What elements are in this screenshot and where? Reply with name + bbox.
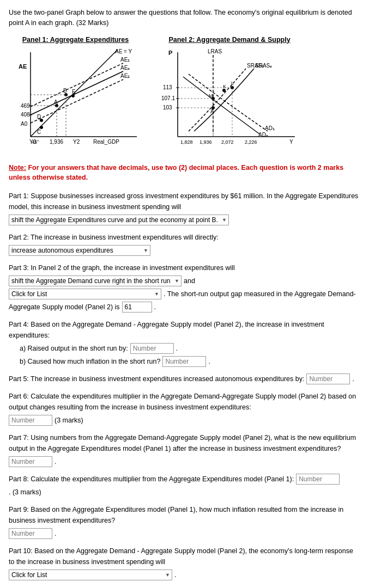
part8: Part 8: Calculate the expenditures multi… <box>9 474 360 498</box>
part3-input[interactable] <box>122 302 152 313</box>
part1-select[interactable]: shift the Aggregate Expenditures curve a… <box>9 215 229 225</box>
svg-text:A: A <box>54 99 58 105</box>
svg-text:113: 113 <box>163 84 172 90</box>
part6-input-container <box>9 415 52 426</box>
svg-text:L: L <box>231 81 234 86</box>
part4-text: Part 4: Based on the Aggregate Demand - … <box>9 319 360 341</box>
svg-text:M: M <box>209 93 213 99</box>
svg-text:AE₂: AE₂ <box>120 73 130 79</box>
part7: Part 7: Using numbers from the Aggregate… <box>9 432 360 467</box>
part4b-input-container <box>162 356 206 367</box>
svg-text:408: 408 <box>21 112 30 118</box>
svg-text:2,072: 2,072 <box>221 139 234 145</box>
part5-input[interactable] <box>306 373 350 384</box>
part9-input[interactable] <box>9 528 52 539</box>
part3-text: Part 3: In Panel 2 of the graph, the inc… <box>9 262 360 273</box>
part6-input[interactable] <box>9 415 52 426</box>
part3: Part 3: In Panel 2 of the graph, the inc… <box>9 262 360 313</box>
part2-dropdown[interactable]: increase autonomous expenditures decreas… <box>9 245 150 256</box>
part10-dropdown[interactable]: Click for List option A option B <box>9 569 172 580</box>
part4a-period: . <box>176 343 178 354</box>
svg-line-11 <box>31 71 123 115</box>
part4b-input[interactable] <box>162 356 206 367</box>
part10-select[interactable]: Click for List option A option B <box>9 569 172 580</box>
svg-text:A: A <box>210 108 214 114</box>
svg-text:A0: A0 <box>21 121 28 127</box>
part10: Part 10: Based on the Aggregate Demand -… <box>9 546 360 580</box>
part5-input-container <box>306 373 350 384</box>
svg-text:107.1: 107.1 <box>161 95 175 101</box>
part4a-input[interactable] <box>130 343 174 354</box>
part1-text: Part 1: Suppose businesses increased gro… <box>9 191 360 212</box>
svg-text:469: 469 <box>21 103 30 109</box>
part3-text3: Aggregate Supply model (Panel 2) is <box>9 302 120 313</box>
svg-text:2,226: 2,226 <box>245 139 257 145</box>
svg-text:C: C <box>37 129 41 135</box>
part8-input[interactable] <box>296 474 340 485</box>
part2: Part 2: The increase in business investm… <box>9 232 360 256</box>
svg-text:K: K <box>223 84 226 89</box>
part6: Part 6: Calculate the expenditures multi… <box>9 391 360 426</box>
part9-period: . <box>55 528 56 539</box>
svg-text:E: E <box>72 89 76 95</box>
part7-input[interactable] <box>9 456 52 467</box>
part3-select1[interactable]: shift the Aggregate Demand curve right i… <box>9 275 182 286</box>
part7-input-container <box>9 456 52 467</box>
part2-text: Part 2: The increase in business investm… <box>9 232 219 243</box>
svg-text:1,936: 1,936 <box>50 139 63 145</box>
part6-text: Part 6: Calculate the expenditures multi… <box>9 391 360 413</box>
panel1-title: Panel 1: Aggregate Expenditures <box>22 36 129 44</box>
part8-marks: . (3 marks) <box>9 487 41 498</box>
note-text: For your answers that have decimals, use… <box>9 164 343 182</box>
svg-text:AD₁: AD₁ <box>265 125 275 131</box>
part7-text: Part 7: Using numbers from the Aggregate… <box>9 432 360 454</box>
svg-text:Real_GDP: Real_GDP <box>93 139 119 145</box>
graphs-row: Panel 1: Aggregate Expenditures AE Y0 1,… <box>9 36 360 153</box>
part8-text: Part 8: Calculate the expenditures multi… <box>9 474 294 485</box>
svg-text:1,828: 1,828 <box>180 139 193 145</box>
part5-period: . <box>352 373 354 384</box>
panel1-svg: AE Y0 1,936 Y2 Real_GDP AE = Y AE₁ AEₒ A… <box>9 47 142 153</box>
panel2-container: Panel 2: Aggregate Demand & Supply P Y 1… <box>159 36 300 153</box>
part3-dropdown1[interactable]: shift the Aggregate Demand curve right i… <box>9 275 182 286</box>
part2-select[interactable]: increase autonomous expenditures decreas… <box>9 245 150 256</box>
part3-dropdown2[interactable]: Click for List increase SRAS decrease SR… <box>9 289 161 299</box>
svg-text:Y2: Y2 <box>73 139 80 145</box>
part9-text: Part 9: Based on the Aggregate Expenditu… <box>9 504 360 526</box>
panel2-svg: P Y 1,828 1,936 2,072 2,226 113 107.1 10… <box>159 47 300 153</box>
svg-text:B: B <box>63 88 67 94</box>
part4b-text: b) Caused how much inflation in the shor… <box>20 356 160 367</box>
svg-text:AEₒ: AEₒ <box>120 65 130 71</box>
part4: Part 4: Based on the Aggregate Demand - … <box>9 319 360 367</box>
part1-dropdown[interactable]: shift the Aggregate Expenditures curve a… <box>9 215 229 225</box>
part7-period: . <box>55 456 56 467</box>
part4a-text: a) Raised output in the short run by: <box>20 343 128 354</box>
svg-text:103: 103 <box>163 105 172 111</box>
svg-line-13 <box>31 79 123 123</box>
part3-period: . <box>154 302 156 313</box>
part4b-period: . <box>208 356 210 367</box>
svg-text:ADₒ: ADₒ <box>258 132 268 138</box>
svg-text:1,936: 1,936 <box>199 139 212 145</box>
svg-line-9 <box>31 63 123 107</box>
panel2-title: Panel 2: Aggregate Demand & Supply <box>168 36 290 44</box>
part8-input-container <box>296 474 340 485</box>
panel1-container: Panel 1: Aggregate Expenditures AE Y0 1,… <box>9 36 142 153</box>
instructions-text: Use the two-panel Graph below to answer … <box>9 8 360 28</box>
part9: Part 9: Based on the Aggregate Expenditu… <box>9 504 360 539</box>
part6-marks: (3 marks) <box>55 415 83 426</box>
part5: Part 5: The increase in business investm… <box>9 373 360 384</box>
svg-text:LRAS: LRAS <box>208 48 222 54</box>
svg-text:AE: AE <box>19 63 27 70</box>
part3-select2[interactable]: Click for List increase SRAS decrease SR… <box>9 289 161 299</box>
svg-text:D: D <box>37 114 41 120</box>
note-label: Note: <box>9 164 26 171</box>
svg-text:P: P <box>168 50 172 56</box>
part10-period: . <box>174 569 176 580</box>
part3-text2: . The short-run output gap measured in t… <box>164 289 356 299</box>
part5-text: Part 5: The increase in business investm… <box>9 373 304 384</box>
svg-text:AE = Y: AE = Y <box>115 48 132 54</box>
note-section: Note: For your answers that have decimal… <box>9 163 360 183</box>
part3-input-container <box>122 302 152 313</box>
part4a-input-container <box>130 343 174 354</box>
